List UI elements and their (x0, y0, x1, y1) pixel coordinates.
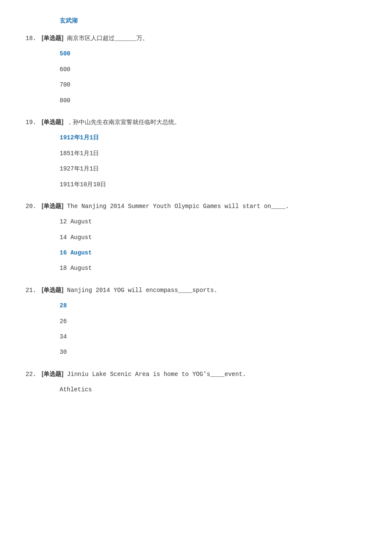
question-21-header: 21. [单选题] Nanjing 2014 YOG will encompas… (26, 285, 366, 295)
q21-options: 28 26 34 30 (60, 301, 366, 357)
q21-option-4[interactable]: 30 (60, 347, 366, 357)
question-22-header: 22. [单选题] Jinniu Lake Scenic Area is hom… (26, 369, 366, 379)
q18-number: 18. (26, 35, 36, 42)
q20-option-3[interactable]: 16 August (60, 248, 366, 257)
q22-tag: [单选题] (42, 370, 63, 377)
q21-option-3[interactable]: 34 (60, 332, 366, 341)
q20-number: 20. (26, 203, 36, 210)
q20-option-1[interactable]: 12 August (60, 217, 366, 226)
q19-tag: [单选题] (42, 119, 63, 125)
q19-option-3[interactable]: 1927年1月1日 (60, 164, 366, 173)
q21-number: 21. (26, 287, 36, 294)
q19-option-2[interactable]: 1851年1月1日 (60, 149, 366, 158)
q22-option-1[interactable]: Athletics (60, 385, 366, 394)
q18-option-2[interactable]: 600 (60, 65, 366, 74)
q20-options: 12 August 14 August 16 August 18 August (60, 217, 366, 273)
question-18: 18. [单选题] 南京市区人口超过______万。 500 600 700 8… (26, 33, 366, 105)
q18-option-4[interactable]: 800 (60, 96, 366, 105)
q18-text: 南京市区人口超过______万。 (67, 35, 148, 42)
question-22: 22. [单选题] Jinniu Lake Scenic Area is hom… (26, 369, 366, 395)
q20-text: The Nanjing 2014 Summer Youth Olympic Ga… (67, 203, 289, 210)
question-20-header: 20. [单选题] The Nanjing 2014 Summer Youth … (26, 201, 366, 211)
q21-text: Nanjing 2014 YOG will encompass____sport… (67, 287, 217, 294)
question-20: 20. [单选题] The Nanjing 2014 Summer Youth … (26, 201, 366, 273)
q22-options: Athletics (60, 385, 366, 394)
q19-number: 19. (26, 119, 36, 126)
q19-option-1[interactable]: 1912年1月1日 (60, 133, 366, 142)
q19-option-4[interactable]: 1911年10月10日 (60, 180, 366, 189)
q20-option-4[interactable]: 18 August (60, 263, 366, 273)
q19-text: ，孙中山先生在南京宣誓就任临时大总统。 (67, 119, 180, 126)
q22-text: Jinniu Lake Scenic Area is home to YOG's… (67, 371, 246, 378)
q18-option-3[interactable]: 700 (60, 80, 366, 90)
q17-answer-label: 玄武湖 (60, 17, 366, 25)
q20-tag: [单选题] (42, 202, 63, 209)
question-18-header: 18. [单选题] 南京市区人口超过______万。 (26, 33, 366, 43)
q18-option-1[interactable]: 500 (60, 49, 366, 58)
question-19-header: 19. [单选题] ，孙中山先生在南京宣誓就任临时大总统。 (26, 117, 366, 127)
q22-number: 22. (26, 371, 36, 378)
q21-tag: [单选题] (42, 286, 63, 293)
question-21: 21. [单选题] Nanjing 2014 YOG will encompas… (26, 285, 366, 357)
q20-option-2[interactable]: 14 August (60, 233, 366, 242)
q19-options: 1912年1月1日 1851年1月1日 1927年1月1日 1911年10月10… (60, 133, 366, 189)
q18-tag: [单选题] (42, 35, 63, 41)
question-19: 19. [单选题] ，孙中山先生在南京宣誓就任临时大总统。 1912年1月1日 … (26, 117, 366, 189)
q21-option-1[interactable]: 28 (60, 301, 366, 310)
q21-option-2[interactable]: 26 (60, 317, 366, 326)
q18-options: 500 600 700 800 (60, 49, 366, 105)
